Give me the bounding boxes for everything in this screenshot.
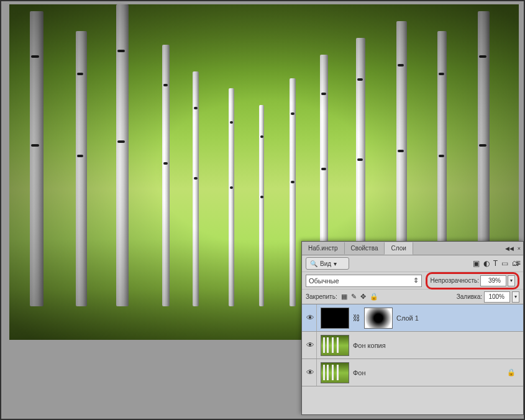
layers-panel: Наб.инстр Свойства Слои ◀◀ × 🔍 Вид ▾ ▣ ◐…: [301, 241, 524, 415]
opacity-highlight: Непрозрачность: 39% ▾: [426, 272, 519, 290]
layer-name[interactable]: Фон копия: [353, 342, 386, 349]
filter-type-icon[interactable]: T: [493, 259, 498, 268]
filter-pixel-icon[interactable]: ▣: [473, 259, 480, 268]
fill-label: Заливка:: [457, 293, 482, 300]
filter-type-icons: ▣ ◐ T ▭ 🗂: [473, 259, 519, 268]
blend-mode-value: Обычные: [309, 277, 339, 285]
blend-opacity-row: Обычные ⇕ Непрозрачность: 39% ▾: [302, 272, 523, 289]
chevron-down-icon: ▾: [334, 260, 337, 267]
layer-name[interactable]: Слой 1: [396, 314, 419, 322]
layer-thumbnail[interactable]: [321, 308, 349, 329]
layer-filter-row: 🔍 Вид ▾ ▣ ◐ T ▭ 🗂 ≡: [302, 255, 523, 272]
lock-pixels-icon[interactable]: ✎: [351, 293, 357, 301]
filter-adjust-icon[interactable]: ◐: [483, 259, 490, 268]
search-icon: 🔍: [310, 260, 317, 267]
opacity-label: Непрозрачность:: [430, 277, 479, 284]
fill-input[interactable]: 100%: [484, 291, 510, 303]
tab-layers[interactable]: Слои: [385, 242, 413, 255]
mask-thumbnail[interactable]: [364, 308, 393, 329]
opacity-input[interactable]: 39%: [480, 275, 506, 286]
layers-list: 👁 ⛓ Слой 1 👁 Фон копия 👁 Фон 🔒: [302, 304, 523, 386]
visibility-toggle[interactable]: 👁: [304, 359, 317, 386]
visibility-toggle[interactable]: 👁: [304, 304, 317, 331]
layer-thumbnail[interactable]: [321, 362, 349, 383]
layer-row[interactable]: 👁 ⛓ Слой 1: [302, 304, 523, 332]
layer-row[interactable]: 👁 Фон копия: [302, 332, 523, 359]
chevron-down-icon: ⇕: [413, 276, 419, 285]
lock-badge-icon: 🔒: [507, 368, 516, 377]
filter-kind-select[interactable]: 🔍 Вид ▾: [306, 257, 349, 270]
mask-link-icon[interactable]: ⛓: [353, 314, 360, 322]
tab-tools-presets[interactable]: Наб.инстр: [302, 242, 345, 254]
layer-row[interactable]: 👁 Фон 🔒: [302, 359, 523, 386]
fill-dropdown-arrow[interactable]: ▾: [512, 291, 519, 303]
lock-all-icon[interactable]: 🔒: [370, 293, 378, 301]
filter-kind-label: Вид: [320, 260, 331, 267]
layer-thumbnail[interactable]: [321, 335, 349, 356]
panel-menu-icon[interactable]: ≡: [516, 258, 521, 268]
lock-transparency-icon[interactable]: ▦: [341, 293, 347, 301]
tab-properties[interactable]: Свойства: [345, 242, 385, 254]
close-icon[interactable]: ×: [516, 244, 522, 253]
lock-fill-row: Закрепить: ▦ ✎ ✥ 🔒 Заливка: 100% ▾: [302, 289, 523, 304]
collapse-icon[interactable]: ◀◀: [504, 244, 515, 253]
layer-name[interactable]: Фон: [353, 369, 366, 377]
panel-tab-bar: Наб.инстр Свойства Слои ◀◀ ×: [302, 242, 523, 255]
lock-label: Закрепить:: [306, 293, 337, 300]
visibility-toggle[interactable]: 👁: [304, 332, 317, 358]
app-frame: Наб.инстр Свойства Слои ◀◀ × 🔍 Вид ▾ ▣ ◐…: [0, 0, 525, 420]
opacity-dropdown-arrow[interactable]: ▾: [508, 275, 515, 286]
filter-shape-icon[interactable]: ▭: [501, 259, 508, 268]
blend-mode-select[interactable]: Обычные ⇕: [306, 275, 422, 287]
lock-position-icon[interactable]: ✥: [360, 293, 366, 301]
